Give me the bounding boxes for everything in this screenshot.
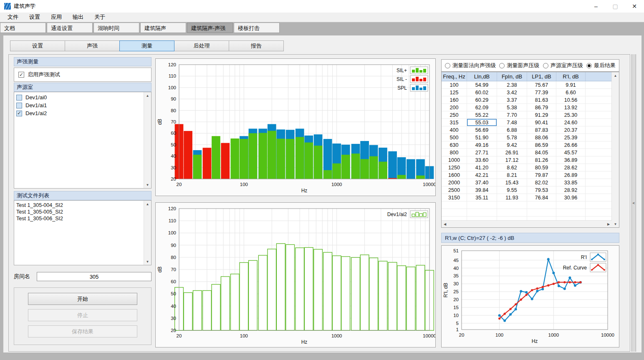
table-cell[interactable]: 42.21 [467,171,497,179]
table-vscrollbar[interactable]: ▲ ▼ [611,72,619,227]
table-cell[interactable]: 51.90 [467,134,497,141]
table-cell[interactable] [586,194,612,201]
table-cell[interactable]: 27.71 [467,149,497,156]
table-cell[interactable]: 28.62 [556,164,586,171]
table-cell[interactable] [442,209,467,216]
table-cell[interactable]: 56.69 [467,126,497,133]
table-cell[interactable] [586,81,612,88]
table-cell[interactable] [586,119,612,126]
table-cell[interactable] [586,201,612,209]
table-cell[interactable]: 400 [442,126,467,133]
table-cell[interactable]: 81.63 [527,96,556,103]
menu-item-4[interactable]: 关于 [89,13,111,22]
table-cell[interactable] [586,171,612,179]
device-row-1[interactable]: Dev1/ai1 [16,101,144,109]
table-cell[interactable]: 25.30 [556,111,586,118]
table-cell[interactable] [467,209,497,216]
table-cell[interactable]: 79.53 [527,186,556,194]
table-cell[interactable]: 9.91 [556,81,586,88]
table-cell[interactable]: 1600 [442,171,467,179]
table-cell[interactable]: 35.11 [467,194,497,201]
table-cell[interactable]: 250 [442,111,467,118]
table-cell[interactable]: 55.22 [467,111,497,118]
minimize-button[interactable]: – [586,0,606,13]
scroll-up-icon[interactable]: ▲ [612,72,619,79]
table-cell[interactable] [586,156,612,164]
table-cell[interactable]: 33.85 [556,179,586,186]
table-cell[interactable]: 30.96 [556,194,586,201]
device-row-2[interactable]: Dev1/ai2 [16,109,144,117]
table-cell[interactable] [586,126,612,133]
table-cell[interactable] [467,201,497,209]
table-cell[interactable]: 76.84 [527,194,556,201]
table-cell[interactable]: 60.29 [467,96,497,103]
table-cell[interactable] [586,141,612,149]
table-cell[interactable]: 81.26 [527,156,556,164]
radio-option-1[interactable]: 测量面声压级 [499,62,539,69]
table-hscrollbar[interactable]: ◀ ▶ [442,220,612,227]
tab-item-5[interactable]: 楼板打击 [234,23,280,33]
enable-intensity-checkbox[interactable] [18,72,24,78]
menu-item-2[interactable]: 应用 [45,13,67,22]
table-cell[interactable] [586,104,612,111]
maximize-button[interactable]: ▢ [606,0,625,13]
table-cell[interactable] [527,209,556,216]
table-cell[interactable]: 28.92 [556,186,586,194]
scroll-right-icon[interactable]: ▶ [605,221,612,227]
radio-option-2[interactable]: 声源室声压级 [543,62,583,69]
table-cell[interactable]: 41.20 [467,164,497,171]
table-cell[interactable]: 9.55 [497,186,527,194]
table-cell[interactable] [586,186,612,194]
menu-item-3[interactable]: 输出 [67,13,89,22]
table-cell[interactable]: 37.40 [467,179,497,186]
table-cell[interactable]: 26.91 [497,149,527,156]
table-cell[interactable]: 160 [442,96,467,103]
menu-item-1[interactable]: 设置 [24,13,45,22]
table-cell[interactable] [586,149,612,156]
tab-item-3[interactable]: 建筑隔声 [140,23,186,33]
table-cell[interactable]: 125 [442,89,467,96]
table-cell[interactable] [556,201,586,209]
table-cell[interactable]: 39.84 [467,186,497,194]
table-cell[interactable]: 75.67 [527,81,556,88]
device-checkbox[interactable] [16,95,22,101]
table-cell[interactable]: 3150 [442,194,467,201]
table-cell[interactable]: 315 [442,119,467,126]
table-cell[interactable] [556,209,586,216]
test-file-item-2[interactable]: Test 1_305-006_SI2 [16,215,144,222]
scroll-up-icon[interactable]: ▲ [144,201,151,207]
tab-item-1[interactable]: 通道设置 [47,23,93,33]
table-cell[interactable]: 90.41 [527,119,556,126]
scroll-left-icon[interactable]: ◀ [442,221,448,227]
file-list-scrollbar[interactable]: ▲ ▼ [144,201,151,265]
table-cell[interactable] [586,134,612,141]
table-cell[interactable]: 36.89 [556,156,586,164]
test-file-item-0[interactable]: Test 1_305-004_SI2 [16,202,144,209]
scroll-down-icon[interactable]: ▼ [144,258,151,265]
table-cell[interactable]: 26.66 [556,141,586,149]
table-cell[interactable]: 77.39 [527,89,556,96]
table-cell[interactable]: 200 [442,104,467,111]
table-cell[interactable]: 5.38 [497,104,527,111]
table-cell[interactable]: 100 [442,81,467,88]
table-cell[interactable]: 82.02 [527,179,556,186]
subtab-item-0[interactable]: 设置 [10,40,65,51]
table-cell[interactable]: 7.70 [497,111,527,118]
scroll-up-icon[interactable]: ▲ [144,92,151,99]
table-cell[interactable] [586,209,612,216]
subtab-item-1[interactable]: 声强 [65,40,120,51]
table-cell[interactable] [497,209,527,216]
radio-option-0[interactable]: 测量面法向声强级 [445,62,496,69]
table-cell[interactable]: 3.42 [497,89,527,96]
table-cell[interactable]: 84.05 [527,149,556,156]
table-cell[interactable]: 45.57 [556,149,586,156]
table-cell[interactable]: 8.62 [497,164,527,171]
device-row-0[interactable]: Dev1/ai0 [16,93,144,101]
table-cell[interactable]: 15.43 [497,179,527,186]
table-cell[interactable]: 3.37 [497,96,527,103]
table-cell[interactable]: 86.79 [527,104,556,111]
table-cell[interactable]: 9.42 [497,141,527,149]
collapse-splitter[interactable]: < [631,54,636,352]
device-list-scrollbar[interactable]: ▲ ▼ [144,92,151,188]
table-cell[interactable]: 2000 [442,179,467,186]
